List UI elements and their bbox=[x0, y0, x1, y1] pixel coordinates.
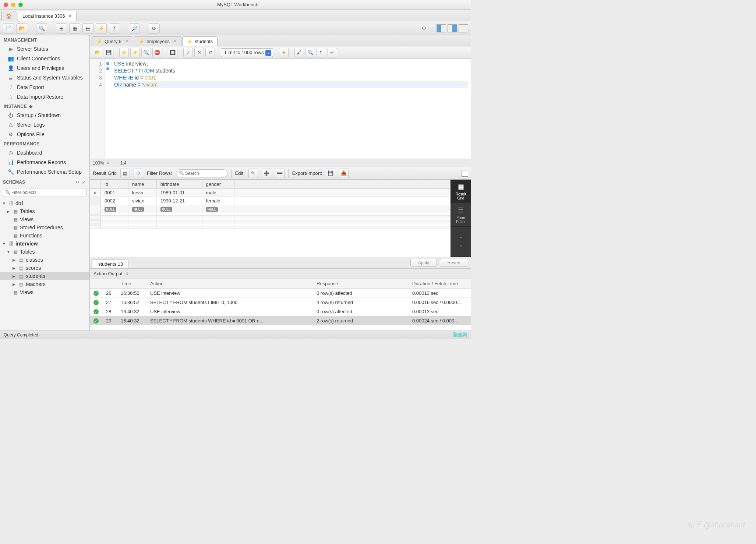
explain-button[interactable]: 🔍 bbox=[141, 48, 151, 57]
wrap-cell-button[interactable] bbox=[462, 170, 468, 177]
reconnect-button[interactable]: ⟳ bbox=[149, 23, 160, 33]
form-editor-tool[interactable]: ☰Form Editor bbox=[451, 203, 471, 227]
search-button[interactable]: 🔎 bbox=[129, 23, 140, 33]
sidebar-item-data-export[interactable]: ⤴Data Export bbox=[0, 82, 89, 92]
apply-button[interactable]: Apply bbox=[410, 259, 437, 267]
toggle-button[interactable]: ⇄ bbox=[205, 48, 215, 57]
sidebar-item-users[interactable]: 👤Users and Privileges bbox=[0, 63, 89, 73]
new-view-button[interactable]: ▤ bbox=[82, 23, 93, 33]
table-row[interactable]: 0002vivian1990-12-21female bbox=[90, 197, 451, 205]
refresh-icon[interactable]: ⟳ bbox=[134, 169, 143, 178]
tree-table-students[interactable]: ▶▤students bbox=[0, 272, 89, 280]
add-row-button[interactable]: ➕ bbox=[262, 169, 271, 178]
result-tab-students[interactable]: students 13 bbox=[93, 259, 128, 268]
output-row[interactable]: ✓2616:36:52USE interview0 row(s) affecte… bbox=[90, 289, 471, 298]
result-grid[interactable]: id name birthdate gender ▶0001kevin1989-… bbox=[90, 180, 451, 257]
close-tab-icon[interactable]: ✕ bbox=[68, 14, 72, 19]
new-procedure-button[interactable]: ⚡ bbox=[96, 23, 107, 33]
sidebar-item-dashboard[interactable]: ◷Dashboard bbox=[0, 148, 89, 158]
tree-folder-tables[interactable]: ▶▦Tables bbox=[0, 207, 89, 215]
output-row[interactable]: ✓2716:36:52SELECT * FROM students LIMIT … bbox=[90, 298, 471, 307]
close-icon[interactable]: ✕ bbox=[125, 39, 128, 44]
save-file-button[interactable]: 💾 bbox=[104, 48, 113, 57]
favorite-button[interactable]: ★ bbox=[279, 48, 289, 57]
col-name[interactable]: name bbox=[128, 180, 157, 189]
wrap-button[interactable]: ↵ bbox=[328, 48, 337, 57]
sidebar-item-startup[interactable]: ⏻Startup / Shutdown bbox=[0, 110, 89, 120]
stop-button[interactable]: ⛔ bbox=[152, 48, 162, 57]
grid-view-icon[interactable]: ▦ bbox=[120, 169, 130, 178]
connection-tab[interactable]: Local instance 3306 ✕ bbox=[18, 11, 77, 21]
edit-button[interactable]: ✎ bbox=[248, 169, 258, 178]
tree-table-teachers[interactable]: ▶▤teachers bbox=[0, 280, 89, 288]
sidebar-item-client-connections[interactable]: 👥Client Connections bbox=[0, 54, 89, 63]
query-tab-students[interactable]: ⚡students bbox=[182, 36, 218, 46]
tree-db-interview[interactable]: ▼🗄interview bbox=[0, 240, 89, 248]
query-tab-employees[interactable]: ⚡employees✕ bbox=[134, 36, 181, 46]
output-row[interactable]: ✓2816:40:32USE interview0 row(s) affecte… bbox=[90, 307, 471, 316]
close-window[interactable] bbox=[4, 3, 8, 7]
more-tools[interactable]: ⌃⌄ bbox=[451, 227, 471, 257]
tree-table-classes[interactable]: ▶▤classes bbox=[0, 256, 89, 264]
sql-editor[interactable]: 1234 USE interview; SELECT * FROM studen… bbox=[90, 59, 471, 159]
revert-button[interactable]: Revert bbox=[440, 259, 468, 267]
sidebar-item-options[interactable]: ⚙Options File bbox=[0, 130, 89, 139]
toggle-right-panel[interactable] bbox=[459, 24, 468, 32]
execute-current-button[interactable]: ⚡ bbox=[130, 48, 140, 57]
new-function-button[interactable]: ƒ bbox=[109, 23, 120, 33]
commit-button[interactable]: ✓ bbox=[183, 48, 193, 57]
toggle-left-panel[interactable] bbox=[437, 24, 446, 32]
sidebar-item-logs[interactable]: ⚠Server Logs bbox=[0, 120, 89, 130]
tree-folder-interview-views[interactable]: ▦Views bbox=[0, 288, 89, 296]
execute-button[interactable]: ⚡ bbox=[119, 48, 129, 57]
export-button[interactable]: 💾 bbox=[326, 169, 335, 178]
code-area[interactable]: USE interview; SELECT * FROM students WH… bbox=[111, 59, 471, 159]
new-sql-tab-button[interactable]: 📄 bbox=[3, 23, 14, 33]
result-grid-tool[interactable]: ▦Result Grid bbox=[451, 180, 471, 203]
new-table-button[interactable]: ▦ bbox=[69, 23, 80, 33]
open-sql-button[interactable]: 📂 bbox=[16, 23, 27, 33]
output-row[interactable]: ✓2916:40:32SELECT * FROM students WHERE … bbox=[90, 316, 471, 325]
tree-folder-views[interactable]: ▦Views bbox=[0, 215, 89, 223]
tree-folder-interview-tables[interactable]: ▼▦Tables bbox=[0, 248, 89, 256]
query-tab-query9[interactable]: ⚡Query 9✕ bbox=[92, 36, 133, 46]
find-button[interactable]: 🔍 bbox=[305, 48, 315, 57]
sidebar-item-server-status[interactable]: ▶Server Status bbox=[0, 44, 89, 54]
col-id[interactable]: id bbox=[101, 180, 128, 189]
rollback-button[interactable]: ✕ bbox=[194, 48, 204, 57]
inspector-button[interactable]: 🔍 bbox=[36, 23, 47, 33]
tree-db-db1[interactable]: ▼🗄db1 bbox=[0, 199, 89, 207]
tree-folder-procedures[interactable]: ▦Stored Procedures bbox=[0, 223, 89, 232]
toggle-autocommit-button[interactable]: 🔲 bbox=[168, 48, 177, 57]
sidebar-item-perf-reports[interactable]: 📊Performance Reports bbox=[0, 158, 89, 167]
col-duration[interactable]: Duration / Fetch Time bbox=[409, 279, 471, 289]
sidebar-item-data-import[interactable]: ⤵Data Import/Restore bbox=[0, 92, 89, 102]
output-selector[interactable]: ⇕ bbox=[126, 272, 128, 276]
expand-icon[interactable]: ⤢ bbox=[81, 179, 86, 185]
new-schema-button[interactable]: ⊞ bbox=[56, 23, 67, 33]
invisible-button[interactable]: ¶ bbox=[317, 48, 326, 57]
limit-rows-select[interactable]: Limit to 1000 rows⌄ bbox=[221, 48, 273, 57]
col-response[interactable]: Response bbox=[313, 279, 409, 289]
close-icon[interactable]: ✕ bbox=[173, 39, 177, 44]
import-button[interactable]: 📥 bbox=[339, 169, 349, 178]
settings-icon[interactable]: ⚙ bbox=[420, 24, 428, 33]
sidebar-item-perf-schema[interactable]: 🔧Performance Schema Setup bbox=[0, 167, 89, 177]
minimize-window[interactable] bbox=[11, 3, 15, 7]
col-gender[interactable]: gender bbox=[202, 180, 234, 189]
table-row[interactable]: ▶0001kevin1989-01-01male bbox=[90, 189, 451, 197]
col-time[interactable]: Time bbox=[117, 279, 146, 289]
beautify-button[interactable]: 🖌 bbox=[294, 48, 304, 57]
tree-table-scores[interactable]: ▶▤scores bbox=[0, 264, 89, 272]
zoom-window[interactable] bbox=[18, 3, 23, 7]
table-row-null[interactable]: NULLNULLNULLNULL bbox=[90, 205, 451, 213]
zoom-stepper[interactable]: ⇕ bbox=[106, 161, 109, 165]
open-file-button[interactable]: 📂 bbox=[93, 48, 102, 57]
tree-folder-functions[interactable]: ▦Functions bbox=[0, 232, 89, 240]
col-birthdate[interactable]: birthdate bbox=[156, 180, 202, 189]
col-action[interactable]: Action bbox=[146, 279, 313, 289]
home-button[interactable]: 🏠 bbox=[1, 11, 16, 21]
toggle-bottom-panel[interactable] bbox=[448, 24, 457, 32]
filter-objects-input[interactable] bbox=[3, 188, 86, 197]
refresh-icon[interactable]: ⟳ bbox=[75, 179, 81, 185]
